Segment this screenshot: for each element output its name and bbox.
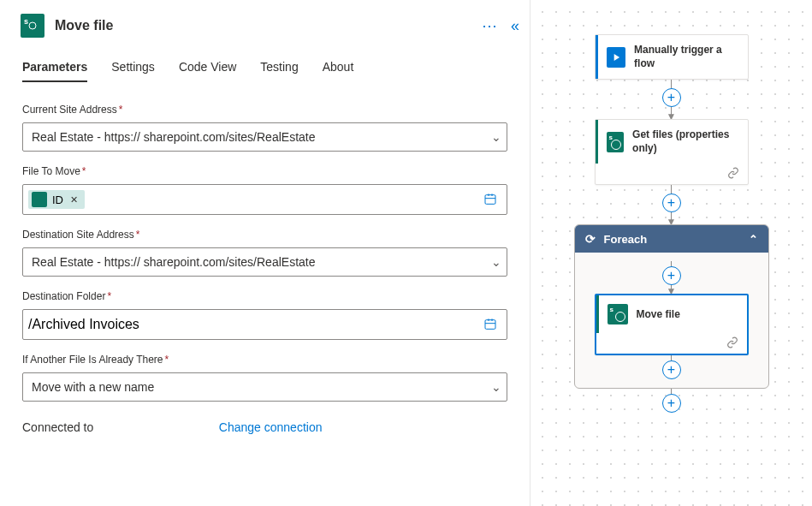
connection-row: Connected to Change connection <box>22 408 507 434</box>
add-action-button[interactable]: + <box>662 266 681 285</box>
trigger-node[interactable]: Manually trigger a flow <box>595 34 749 80</box>
svg-rect-1 <box>485 195 495 205</box>
svg-point-0 <box>29 22 36 29</box>
site-address-value: Real Estate - https:// sharepoint.com/si… <box>32 130 491 144</box>
dest-folder-label: Destination Folder* <box>22 290 507 302</box>
token-label: ID <box>52 193 63 206</box>
link-icon <box>727 167 739 179</box>
connector: + ▼ <box>662 80 681 119</box>
sharepoint-icon <box>21 14 44 38</box>
flow-canvas[interactable]: Manually trigger a flow + ▼ Get files (p… <box>530 0 812 506</box>
foreach-header[interactable]: ⟳ Foreach ⌃ <box>575 225 768 253</box>
dynamic-content-icon[interactable] <box>479 313 501 336</box>
manual-trigger-icon <box>607 47 626 68</box>
chevron-down-icon: ⌄ <box>491 255 501 269</box>
file-to-move-input[interactable]: ID ✕ <box>22 184 507 215</box>
site-address-dropdown[interactable]: Real Estate - https:// sharepoint.com/si… <box>22 122 507 152</box>
dynamic-token-id[interactable]: ID ✕ <box>28 190 85 209</box>
collapse-icon[interactable]: « <box>511 17 514 35</box>
tab-settings[interactable]: Settings <box>111 60 155 82</box>
dynamic-content-icon[interactable] <box>479 188 501 211</box>
add-action-button[interactable]: + <box>662 394 681 413</box>
dest-folder-value: /Archived Invoices <box>28 317 139 332</box>
move-file-node[interactable]: Move file <box>595 294 749 355</box>
svg-rect-2 <box>485 320 495 330</box>
dest-folder-input[interactable]: /Archived Invoices <box>22 309 507 340</box>
connector: + ▼ <box>662 261 681 294</box>
add-action-button[interactable]: + <box>662 88 681 107</box>
chevron-down-icon: ⌄ <box>491 380 501 394</box>
overwrite-label: If Another File Is Already There* <box>22 354 507 366</box>
overwrite-dropdown[interactable]: Move with a new name ⌄ <box>22 372 507 402</box>
move-file-title: Move file <box>637 308 680 322</box>
tab-testing[interactable]: Testing <box>260 60 298 82</box>
foreach-node[interactable]: ⟳ Foreach ⌃ + ▼ Move file <box>574 224 769 389</box>
dest-site-value: Real Estate - https:// sharepoint.com/si… <box>32 255 491 269</box>
dest-site-dropdown[interactable]: Real Estate - https:// sharepoint.com/si… <box>22 247 507 277</box>
panel-title: Move file <box>55 18 471 33</box>
overwrite-value: Move with a new name <box>32 380 491 394</box>
tab-codeview[interactable]: Code View <box>179 60 236 82</box>
loop-icon: ⟳ <box>585 232 596 246</box>
chevron-up-icon[interactable]: ⌃ <box>749 233 758 246</box>
add-action-button[interactable]: + <box>662 360 681 379</box>
connector: + <box>662 355 681 379</box>
connected-to-label: Connected to <box>22 420 93 434</box>
more-icon[interactable]: ⋯ <box>482 16 497 35</box>
site-address-label: Current Site Address* <box>22 104 507 116</box>
get-files-node[interactable]: Get files (properties only) <box>595 119 749 185</box>
change-connection-link[interactable]: Change connection <box>219 420 323 434</box>
sharepoint-token-icon <box>32 192 47 207</box>
action-config-panel: Move file ⋯ « Parameters Settings Code V… <box>0 0 530 506</box>
chevron-down-icon: ⌄ <box>491 130 501 144</box>
get-files-title: Get files (properties only) <box>632 128 738 155</box>
header-actions: ⋯ « <box>482 16 514 35</box>
form-body: Current Site Address* Real Estate - http… <box>0 83 530 448</box>
connector: + ▼ <box>662 185 681 224</box>
panel-header: Move file ⋯ « <box>0 9 530 43</box>
foreach-title: Foreach <box>604 233 648 246</box>
dest-site-label: Destination Site Address* <box>22 229 507 241</box>
file-to-move-label: File To Move* <box>22 165 507 177</box>
connector: + <box>662 389 681 413</box>
link-icon <box>726 336 738 348</box>
tab-parameters[interactable]: Parameters <box>22 60 87 82</box>
sharepoint-icon <box>607 132 625 152</box>
sharepoint-icon <box>608 304 628 324</box>
tab-about[interactable]: About <box>323 60 354 82</box>
trigger-title: Manually trigger a flow <box>634 44 738 70</box>
foreach-body: + ▼ Move file + <box>575 253 768 379</box>
tab-bar: Parameters Settings Code View Testing Ab… <box>0 43 530 83</box>
add-action-button[interactable]: + <box>662 193 681 212</box>
remove-token-icon[interactable]: ✕ <box>70 194 78 205</box>
